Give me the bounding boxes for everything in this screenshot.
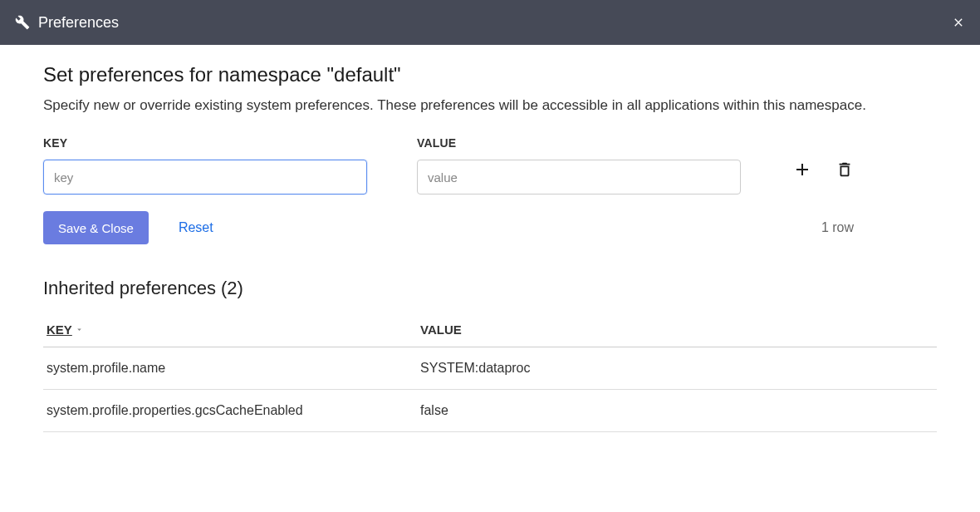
value-input[interactable] <box>417 160 741 194</box>
save-button[interactable]: Save & Close <box>43 211 149 244</box>
table-row: system.profile.properties.gcsCacheEnable… <box>43 390 937 432</box>
modal-header-left: Preferences <box>15 14 119 32</box>
close-button[interactable] <box>952 16 965 29</box>
inherited-header-value: VALUE <box>417 314 937 347</box>
key-label: KEY <box>43 136 367 150</box>
sort-desc-icon <box>75 322 84 337</box>
row-actions <box>741 136 937 180</box>
inherited-value-cell: SYSTEM:dataproc <box>417 347 937 390</box>
inherited-key-cell: system.profile.name <box>43 347 417 390</box>
wrench-icon <box>15 15 30 30</box>
row-count: 1 row <box>821 220 937 235</box>
inherited-header-key[interactable]: KEY <box>43 314 417 347</box>
modal-content: Set preferences for namespace "default" … <box>0 45 980 432</box>
value-column: VALUE <box>417 136 741 194</box>
table-row: system.profile.name SYSTEM:dataproc <box>43 347 937 390</box>
delete-row-button[interactable] <box>835 160 854 179</box>
inherited-value-cell: false <box>417 390 937 432</box>
inherited-key-label: KEY <box>47 322 72 337</box>
key-input[interactable] <box>43 160 367 194</box>
inherited-key-cell: system.profile.properties.gcsCacheEnable… <box>43 390 417 432</box>
page-title: Set preferences for namespace "default" <box>43 63 937 86</box>
preference-form-row: KEY VALUE <box>43 136 937 194</box>
button-row: Save & Close Reset 1 row <box>43 211 937 244</box>
page-description: Specify new or override existing system … <box>43 95 915 116</box>
add-row-button[interactable] <box>792 160 812 180</box>
value-label: VALUE <box>417 136 741 150</box>
reset-button[interactable]: Reset <box>179 220 213 235</box>
inherited-table: KEY VALUE system.profile.name SYSTEM:dat… <box>43 314 937 432</box>
modal-title: Preferences <box>38 14 119 32</box>
key-column: KEY <box>43 136 367 194</box>
inherited-title: Inherited preferences (2) <box>43 278 937 299</box>
modal-header: Preferences <box>0 0 980 45</box>
